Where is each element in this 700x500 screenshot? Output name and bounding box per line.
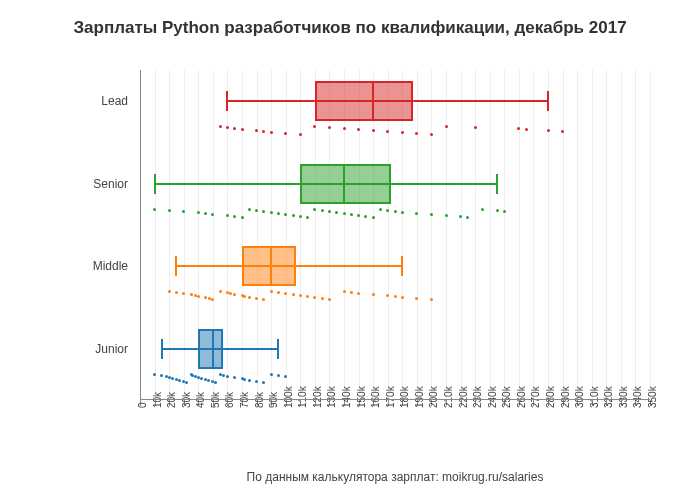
x-tick-label: 200k [428, 386, 439, 408]
box-lead [315, 81, 413, 121]
x-tick-label: 100k [283, 386, 294, 408]
x-tick-label: 210k [443, 386, 454, 408]
x-axis-label: По данным калькулятора зарплат: moikrug.… [140, 470, 650, 484]
x-tick-label: 260k [516, 386, 527, 408]
chart-container: Зарплаты Python разработчиков по квалифи… [0, 0, 700, 500]
plot-area: 010k20k30k40k50k60k70k80k90k100k110k120k… [140, 70, 650, 400]
x-tick-label: 320k [603, 386, 614, 408]
chart-title: Зарплаты Python разработчиков по квалифи… [0, 0, 700, 38]
y-tick-label: Middle [68, 259, 128, 273]
x-tick-label: 300k [574, 386, 585, 408]
x-tick-label: 140k [341, 386, 352, 408]
x-tick-label: 120k [312, 386, 323, 408]
y-tick-label: Senior [68, 177, 128, 191]
x-tick-label: 150k [356, 386, 367, 408]
x-tick-label: 180k [399, 386, 410, 408]
x-tick-label: 240k [487, 386, 498, 408]
box-senior [300, 164, 391, 204]
x-tick-label: 340k [632, 386, 643, 408]
x-tick-label: 220k [458, 386, 469, 408]
x-tick-label: 330k [618, 386, 629, 408]
x-tick-label: 350k [647, 386, 658, 408]
x-tick-label: 0 [137, 402, 148, 408]
x-tick-label: 250k [501, 386, 512, 408]
x-tick-label: 110k [297, 386, 308, 408]
box-junior [198, 329, 223, 369]
x-tick-label: 270k [530, 386, 541, 408]
x-tick-label: 130k [326, 386, 337, 408]
x-tick-label: 190k [414, 386, 425, 408]
x-tick-label: 230k [472, 386, 483, 408]
y-tick-label: Lead [68, 94, 128, 108]
x-tick-label: 310k [589, 386, 600, 408]
x-tick-label: 170k [385, 386, 396, 408]
x-tick-label: 160k [370, 386, 381, 408]
y-tick-label: Junior [68, 342, 128, 356]
box-middle [242, 246, 296, 286]
x-tick-label: 280k [545, 386, 556, 408]
x-tick-label: 290k [560, 386, 571, 408]
